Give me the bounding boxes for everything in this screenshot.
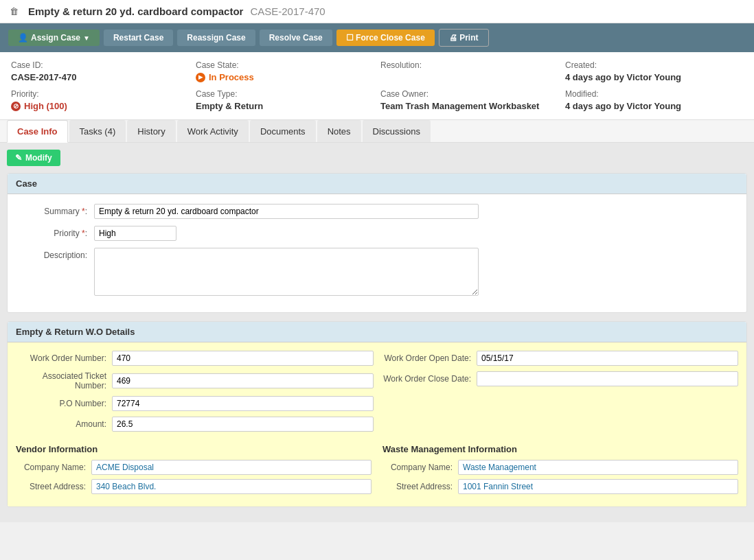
vendor-street-label: Street Address:: [16, 482, 91, 491]
case-panel-header: Case: [8, 174, 746, 194]
vendor-street-input[interactable]: [91, 479, 372, 494]
associated-ticket-label: Associated Ticket Number:: [16, 371, 112, 390]
vendor-company-label: Company Name:: [16, 463, 91, 472]
tab-documents[interactable]: Documents: [250, 120, 316, 142]
amount-row: Amount:: [16, 417, 374, 432]
vendor-street-row: Street Address:: [16, 479, 372, 494]
restart-case-button[interactable]: Restart Case: [104, 30, 173, 46]
work-order-close-date-input[interactable]: [477, 371, 738, 386]
print-icon: 🖨: [449, 33, 457, 43]
person-icon: 👤: [18, 33, 28, 43]
po-number-label: P.O Number:: [16, 399, 112, 408]
amount-input[interactable]: [112, 417, 374, 432]
checkbox-icon: ☐: [346, 33, 354, 43]
associated-ticket-input[interactable]: [112, 373, 374, 388]
work-order-close-date-label: Work Order Close Date:: [380, 374, 477, 384]
po-number-row: P.O Number:: [16, 396, 374, 411]
case-panel: Case Summary *: Priority *: Description:: [7, 173, 747, 313]
modify-button[interactable]: ✎ Modify: [7, 150, 60, 166]
meta-modified: Modified: 4 days ago by Victor Young: [565, 89, 743, 111]
associated-ticket-row: Associated Ticket Number:: [16, 371, 374, 390]
vendor-grid: Vendor Information Company Name: Street …: [16, 444, 738, 498]
work-order-open-date-row: Work Order Open Date:: [380, 351, 738, 366]
vendor-company-row: Company Name:: [16, 460, 372, 475]
wo-grid: Work Order Number: Associated Ticket Num…: [16, 351, 738, 437]
assign-case-button[interactable]: 👤 Assign Case ▼: [8, 30, 100, 46]
wo-panel-header: Empty & Return W.O Details: [8, 322, 746, 342]
work-order-open-date-input[interactable]: [477, 351, 738, 366]
meta-created: Created: 4 days ago by Victor Young: [565, 60, 743, 82]
header-case-id: CASE-2017-470: [250, 5, 325, 17]
page-header: 🗑 Empty & return 20 yd. cardboard compac…: [0, 0, 754, 23]
description-textarea[interactable]: [94, 248, 479, 296]
meta-case-type: Case Type: Empty & Return: [196, 89, 374, 111]
tab-case-info[interactable]: Case Info: [7, 120, 68, 143]
waste-section-title: Waste Management Information: [382, 444, 738, 454]
vendor-info-section: Vendor Information Company Name: Street …: [16, 444, 372, 498]
meta-case-owner: Case Owner: Team Trash Management Workba…: [380, 89, 558, 111]
waste-street-row: Street Address:: [382, 479, 738, 494]
meta-case-id: Case ID: CASE-2017-470: [11, 60, 189, 82]
work-order-number-row: Work Order Number:: [16, 351, 374, 366]
tab-discussions[interactable]: Discussions: [363, 120, 431, 142]
priority-row: Priority *:: [19, 226, 735, 241]
waste-street-input[interactable]: [458, 479, 738, 494]
tab-history[interactable]: History: [127, 120, 175, 142]
force-close-case-button[interactable]: ☐ Force Close Case: [336, 30, 435, 46]
content-area: ✎ Modify Case Summary *: Priority *: Des…: [0, 143, 754, 522]
toolbar: 👤 Assign Case ▼ Restart Case Reassign Ca…: [0, 23, 754, 52]
vendor-section-title: Vendor Information: [16, 444, 372, 454]
waste-street-label: Street Address:: [382, 482, 458, 491]
priority-high-icon: ⊘: [11, 102, 21, 111]
print-button[interactable]: 🖨 Print: [439, 29, 489, 47]
tab-tasks[interactable]: Tasks (4): [69, 120, 126, 142]
description-label: Description:: [19, 248, 94, 260]
tabs-bar: Case Info Tasks (4) History Work Activit…: [0, 120, 754, 143]
wo-left-col: Work Order Number: Associated Ticket Num…: [16, 351, 374, 437]
po-number-input[interactable]: [112, 396, 374, 411]
priority-label: Priority *:: [19, 226, 94, 238]
summary-input[interactable]: [94, 204, 479, 219]
summary-row: Summary *:: [19, 204, 735, 219]
wo-panel: Empty & Return W.O Details Work Order Nu…: [7, 321, 747, 507]
waste-company-input[interactable]: [458, 460, 738, 475]
summary-label: Summary *:: [19, 204, 94, 216]
work-order-close-date-row: Work Order Close Date:: [380, 371, 738, 386]
waste-info-section: Waste Management Information Company Nam…: [382, 444, 738, 498]
wo-right-col: Work Order Open Date: Work Order Close D…: [380, 351, 738, 437]
work-order-number-input[interactable]: [112, 351, 374, 366]
description-row: Description:: [19, 248, 735, 296]
meta-priority: Priority: ⊘ High (100): [11, 89, 189, 111]
dropdown-arrow-icon: ▼: [83, 34, 90, 42]
priority-input[interactable]: [94, 226, 176, 241]
waste-company-label: Company Name:: [382, 463, 458, 472]
case-meta: Case ID: CASE-2017-470 Case State: ▶ In …: [0, 52, 754, 120]
vendor-company-input[interactable]: [91, 460, 372, 475]
wo-panel-body: Work Order Number: Associated Ticket Num…: [8, 342, 746, 506]
amount-label: Amount:: [16, 419, 112, 429]
tab-notes[interactable]: Notes: [317, 120, 361, 142]
tab-work-activity[interactable]: Work Activity: [177, 120, 249, 142]
work-order-number-label: Work Order Number:: [16, 353, 112, 363]
meta-resolution: Resolution:: [380, 60, 558, 82]
pencil-icon: ✎: [15, 153, 22, 163]
case-panel-body: Summary *: Priority *: Description:: [8, 194, 746, 312]
page-title: Empty & return 20 yd. cardboard compacto…: [28, 5, 243, 17]
in-process-icon: ▶: [196, 73, 205, 82]
resolve-case-button[interactable]: Resolve Case: [260, 30, 332, 46]
waste-company-row: Company Name:: [382, 460, 738, 475]
work-order-open-date-label: Work Order Open Date:: [380, 353, 477, 363]
meta-case-state: Case State: ▶ In Process: [196, 60, 374, 82]
trash-icon: 🗑: [10, 6, 19, 16]
reassign-case-button[interactable]: Reassign Case: [177, 30, 255, 46]
